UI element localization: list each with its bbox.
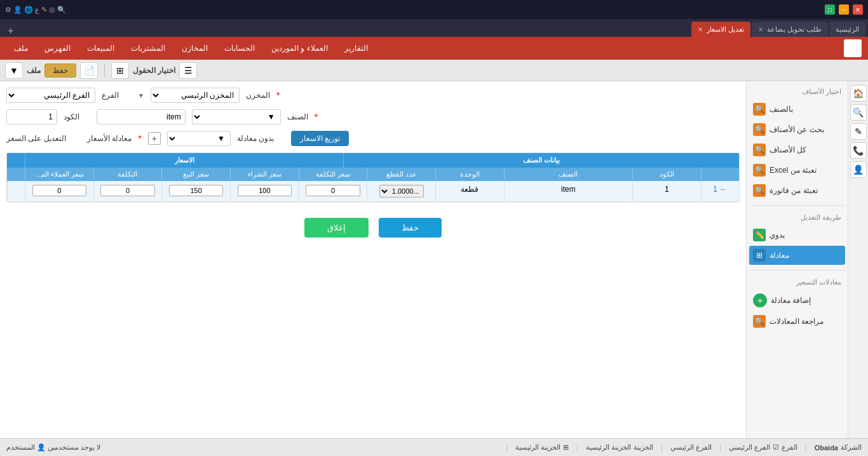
item-name-input[interactable] (97, 109, 186, 124)
menu-btn[interactable]: ☰ (179, 62, 197, 79)
sidebar-item-from-invoice[interactable]: تعبئة من فاتورة 🔍 (749, 181, 845, 200)
sidebar-by-item-icon: 🔍 (753, 103, 766, 116)
fields-label: اختيار الحقول (133, 66, 175, 75)
toolbar-left: ☰ (179, 62, 197, 79)
qty-select[interactable]: ...1.0000 (379, 185, 424, 198)
branch-select[interactable]: الفرع الرئيسي (6, 88, 95, 103)
window-maximize-btn[interactable]: □ (825, 4, 835, 15)
sidebar-item-review-formulas[interactable]: مراجعة المعادلات 🔍 (749, 312, 845, 331)
form-row-3: توزيع الاسعار بدون معادلة ▼ + * معادلة ا… (6, 131, 740, 146)
user-sidebar-btn[interactable]: 👤 (850, 161, 867, 178)
cell-cost (93, 181, 162, 201)
sidebar-item-all-items[interactable]: كل الأصناف 🔍 (749, 140, 845, 159)
cell-qty: ...1.0000 (367, 181, 435, 201)
price-formula-select[interactable]: ▼ (167, 131, 231, 146)
item-name-select[interactable]: ▼ (192, 109, 281, 124)
cell-end (7, 181, 25, 201)
phone-sidebar-btn[interactable]: 📞 (850, 142, 867, 159)
purchase-price-input[interactable] (238, 185, 292, 196)
price-formula-label: معادلة الأسعار (87, 134, 132, 143)
sidebar-search-items-icon: 🔍 (753, 123, 766, 136)
row-arrow-link[interactable]: ← 1 (713, 185, 727, 194)
item-code-input[interactable] (6, 109, 57, 124)
file-label: ملف (27, 66, 41, 75)
title-bar: ✕ ─ □ 🔍 ◎ ✎ ع 🌐 👤 ⚙ (0, 0, 868, 19)
tab-transfer-close[interactable]: ✕ (758, 26, 763, 33)
save-btn[interactable]: حفظ (44, 64, 76, 77)
col-header-customer-price: سعر العملاء الم... (25, 168, 93, 181)
tab-home[interactable]: الرئيسية (829, 22, 865, 37)
cashier-label: الخزينة (634, 443, 653, 452)
edit-sidebar-btn[interactable]: ✎ (850, 123, 867, 140)
distribute-prices-btn[interactable]: توزيع الاسعار (291, 131, 349, 146)
left-sidebar: اختيار الأصناف بالصنف 🔍 بحث عن الأصناف 🔍… (746, 81, 848, 438)
cell-item: item (504, 181, 632, 201)
sidebar-all-items-icon: 🔍 (753, 144, 766, 156)
sidebar-item-add-formula[interactable]: إضافة معادلة + (749, 290, 845, 311)
tab-edit-price-close[interactable]: ✕ (698, 26, 703, 33)
cell-sale-price (161, 181, 230, 201)
warehouse-dropdown-indicator: ▼ (138, 92, 144, 99)
warehouse-required: * (276, 90, 280, 100)
table-section-prices: الاسعار (25, 153, 343, 168)
file-btn[interactable]: 📄 (80, 62, 98, 79)
nav-items: التقارير العملاء و الموردين الحسابات الم… (6, 41, 376, 55)
user-icon: 👤 (37, 443, 46, 451)
sidebar-section3-title: معادلات التسعير (749, 276, 845, 289)
footer-close-btn[interactable]: إغلاق (304, 218, 369, 238)
cell-arrow: ← 1 (701, 181, 739, 201)
col-header-qty: عدد القطع (367, 168, 435, 181)
tab-transfer[interactable]: طلب تحويل بضاعة ✕ (752, 22, 828, 37)
sidebar-item-manual[interactable]: يدوي ✏️ (749, 225, 845, 245)
customer-price-input[interactable] (32, 185, 86, 196)
footer-save-btn[interactable]: حفظ (379, 218, 442, 238)
sidebar-section2-title: طريقة التعديل (749, 211, 845, 224)
window-minimize-btn[interactable]: ─ (839, 4, 849, 15)
company-label: الشركة (841, 443, 862, 452)
app-logo (844, 39, 862, 57)
status-main-cashier: ⊞ الخزينة الرئيسية (515, 443, 569, 452)
col-header-cost: التكلفة (93, 168, 162, 181)
grid-toggle-btn[interactable]: ⊞ (111, 62, 129, 79)
sidebar-from-excel-label: تعبئة من Excel (770, 166, 817, 175)
nav-reports[interactable]: التقارير (337, 41, 376, 55)
sidebar-item-formula[interactable]: معادلة ⊞ (749, 246, 845, 265)
table-row: ← 1 1 item قطعة ...1.0000 (7, 181, 739, 202)
sidebar-add-formula-label: إضافة معادلة (771, 296, 811, 305)
home-sidebar-btn[interactable]: 🏠 (850, 85, 867, 102)
tabs-bar: الرئيسية طلب تحويل بضاعة ✕ تعديل الاسعار… (0, 19, 868, 37)
cost-price-input[interactable] (306, 185, 360, 196)
toolbar: ☰ اختيار الحقول ⊞ 📄 حفظ ملف ▼ (0, 60, 868, 81)
nav-accounts[interactable]: الحسابات (217, 41, 262, 55)
cell-unit: قطعة (435, 181, 504, 201)
main-content: 🏠 🔍 ✎ 📞 👤 اختيار الأصناف بالصنف 🔍 بحث عن… (0, 81, 868, 438)
sidebar-item-by-item[interactable]: بالصنف 🔍 (749, 100, 845, 119)
nav-catalog[interactable]: الفهرس (37, 41, 78, 55)
new-tab-btn[interactable]: + (3, 25, 18, 37)
table-col-headers: الكود الصنف الوحدة عدد القطع سعر التكلفة… (7, 168, 739, 181)
cost-input[interactable] (100, 185, 154, 196)
main-cashier-label: الخزينة الرئيسية (515, 443, 560, 452)
sale-price-input[interactable] (169, 185, 223, 196)
nav-sales[interactable]: المبيعات (79, 41, 122, 55)
file-arrow-btn[interactable]: ▼ (5, 62, 23, 79)
sidebar-all-items-label: كل الأصناف (770, 145, 806, 154)
col-header-purchase-price: سعر الشراء (230, 168, 299, 181)
sidebar-item-from-excel[interactable]: تعبئة من Excel 🔍 (749, 161, 845, 180)
sidebar-item-search-items[interactable]: بحث عن الأصناف 🔍 (749, 120, 845, 139)
sidebar-divider1 (749, 205, 845, 206)
window-close-btn[interactable]: ✕ (853, 4, 863, 15)
search-sidebar-btn[interactable]: 🔍 (850, 104, 867, 121)
col-header-end (7, 168, 25, 181)
nav-warehouse[interactable]: المخازن (174, 41, 215, 55)
sidebar-section1-title: اختيار الأصناف (749, 85, 845, 98)
tab-edit-price[interactable]: تعديل الاسعار ✕ (691, 22, 750, 37)
nav-file[interactable]: ملف (6, 41, 36, 55)
add-formula-btn[interactable]: + (753, 293, 767, 307)
warehouse-select[interactable]: المخزن الرئيسي (151, 88, 240, 103)
nav-purchases[interactable]: المشتريات (123, 41, 173, 55)
add-formula-row-btn[interactable]: + (148, 132, 161, 145)
col-header-sale-price: سعر البيع (161, 168, 230, 181)
work-area: * المخزن المخزن الرئيسي ▼ الفرع الفرع ال… (0, 81, 746, 438)
nav-customers[interactable]: العملاء و الموردين (264, 41, 336, 55)
